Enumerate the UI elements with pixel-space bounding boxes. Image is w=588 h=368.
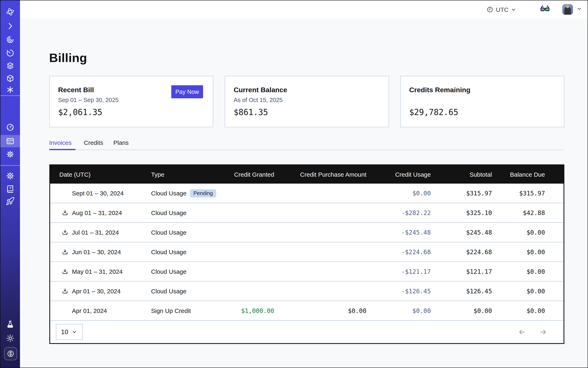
sidebar-item-billing[interactable]	[0, 135, 20, 147]
download-invoice-icon[interactable]	[61, 209, 68, 216]
page-size-select[interactable]: 10	[56, 324, 82, 340]
cell-credit-purchase	[274, 184, 366, 203]
cell-credit-granted	[234, 242, 274, 262]
invoice-date: Jun 01 – 30, 2024	[72, 248, 121, 255]
cell-credit-usage: -$224.68	[366, 242, 431, 262]
flask-icon	[6, 320, 15, 329]
prev-page-button[interactable]	[518, 328, 526, 336]
cell-credit-purchase: $0.00	[274, 301, 366, 320]
cell-subtotal: $126.45	[431, 281, 492, 301]
cell-balance-due: $0.00	[492, 262, 563, 281]
history-icon	[6, 48, 15, 57]
sidebar-item-theme[interactable]	[0, 332, 20, 345]
cell-type: Cloud Usage	[151, 222, 234, 242]
cell-credit-granted: $1,000.00	[234, 301, 274, 320]
cell-balance-due: $42.88	[492, 203, 563, 222]
cell-credit-granted	[234, 222, 274, 242]
cell-date: Jul 01 – 31, 2024	[50, 222, 151, 242]
table-header-row: Date (UTC)TypeCredit GrantedCredit Purch…	[50, 165, 563, 184]
invoice-row: Jun 01 – 30, 2024 Cloud Usage-$224.68$22…	[50, 242, 563, 262]
cell-type: Cloud Usage	[151, 242, 234, 262]
sidebar-item-settings[interactable]	[0, 148, 20, 161]
column-header-7: Balance Due	[492, 165, 563, 184]
cell-credit-usage: -$121.17	[366, 262, 431, 281]
invoices-table: Date (UTC)TypeCredit GrantedCredit Purch…	[49, 165, 564, 344]
invoice-row: Sept 01 – 30, 2024 Cloud UsagePending$0.…	[50, 184, 563, 203]
column-header-2: Type	[151, 165, 234, 184]
theater-glasses-icon[interactable]	[540, 3, 550, 15]
pay-now-button[interactable]: Pay Now	[171, 85, 203, 98]
download-invoice-icon[interactable]	[61, 288, 68, 294]
tab-plans[interactable]: Plans	[113, 139, 129, 146]
column-header-6: Subtotal	[431, 165, 492, 184]
sidebar-item-logo[interactable]	[0, 5, 20, 18]
invoice-date: Aug 01 – 31, 2024	[72, 209, 122, 216]
invoice-row: Jul 01 – 31, 2024 Cloud Usage-$245.48$24…	[50, 222, 563, 242]
column-header-4: Credit Purchase Amount	[274, 165, 366, 184]
sidebar-item-asterisk[interactable]	[0, 83, 20, 96]
topbar: UTC	[20, 0, 588, 19]
card-amount: $861.35	[234, 107, 268, 117]
card-amount: $2,061.35	[58, 107, 102, 117]
sidebar-item-support[interactable]	[0, 169, 20, 182]
cell-credit-usage: -$282.22	[366, 203, 431, 222]
cell-subtotal: $245.48	[431, 222, 492, 242]
app-window: UTC Billing Recent Bill Sep 01 – Sep	[0, 0, 588, 368]
invoice-date: Apr 01, 2024	[72, 307, 107, 314]
table-footer: 10	[50, 320, 563, 343]
column-header-3: Credit Granted	[234, 165, 274, 184]
download-invoice-icon[interactable]	[61, 229, 68, 236]
sidebar-item-history[interactable]	[0, 46, 20, 60]
account-chevron-down-icon[interactable]	[577, 6, 582, 13]
badge-dollar-icon	[6, 349, 15, 358]
invoice-type: Cloud Usage	[151, 209, 186, 216]
cell-credit-usage: $0.00	[366, 301, 431, 320]
clock-icon	[487, 6, 493, 13]
chevron-down-icon	[511, 7, 516, 12]
card-amount: $29,782.65	[409, 107, 458, 117]
sidebar-item-docs[interactable]	[0, 182, 20, 195]
sidebar-item-labs[interactable]	[0, 318, 20, 331]
chevron-right-icon	[6, 22, 15, 31]
cell-credit-purchase	[274, 262, 366, 281]
layers-icon	[6, 61, 15, 70]
helm-icon	[6, 171, 15, 180]
cell-balance-due: $0.00	[492, 301, 563, 320]
cell-balance-due: $0.00	[492, 281, 563, 301]
arrow-right-icon	[539, 328, 547, 336]
sidebar-item-packages[interactable]	[0, 72, 20, 85]
arrow-left-icon	[518, 328, 526, 336]
cube-icon	[6, 74, 15, 83]
sidebar-divider	[0, 95, 20, 96]
invoice-type: Sign Up Credit	[151, 307, 191, 314]
table-body: Sept 01 – 30, 2024 Cloud UsagePending$0.…	[50, 184, 563, 320]
billing-tabs: Invoices Credits Plans	[49, 139, 564, 151]
tab-invoices[interactable]: Invoices	[49, 139, 72, 146]
cell-credit-purchase	[274, 203, 366, 222]
invoice-row: Apr 01, 2024 Sign Up Credit$1,000.00$0.0…	[50, 301, 563, 320]
cell-credit-purchase	[274, 281, 366, 301]
cell-balance-due: $315.97	[492, 184, 563, 203]
cell-credit-granted	[234, 203, 274, 222]
sidebar-item-expand[interactable]	[0, 19, 20, 33]
billing-card-icon	[6, 137, 15, 146]
status-badge: Pending	[190, 189, 216, 197]
main-content: Billing Recent Bill Sep 01 – Sep 30, 202…	[20, 18, 588, 368]
sidebar-item-launch[interactable]	[0, 195, 20, 208]
next-page-button[interactable]	[539, 328, 547, 336]
sidebar-item-layers[interactable]	[0, 59, 20, 72]
invoice-type: Cloud Usage	[151, 288, 186, 294]
page-size-value: 10	[61, 328, 68, 336]
cell-type: Sign Up Credit	[151, 301, 234, 320]
sidebar-item-credits[interactable]	[4, 347, 17, 360]
sidebar-item-dashboard[interactable]	[0, 121, 20, 134]
tab-credits[interactable]: Credits	[84, 139, 103, 146]
cell-date: Aug 01 – 31, 2024	[50, 203, 151, 222]
sidebar-item-observe[interactable]	[0, 33, 20, 46]
card-title: Credits Remaining	[409, 86, 470, 94]
timezone-selector[interactable]: UTC	[487, 6, 516, 13]
download-invoice-icon[interactable]	[61, 268, 68, 275]
card-subtitle: Sep 01 – Sep 30, 2025	[58, 96, 119, 103]
avatar[interactable]	[562, 4, 573, 15]
download-invoice-icon[interactable]	[61, 248, 68, 255]
